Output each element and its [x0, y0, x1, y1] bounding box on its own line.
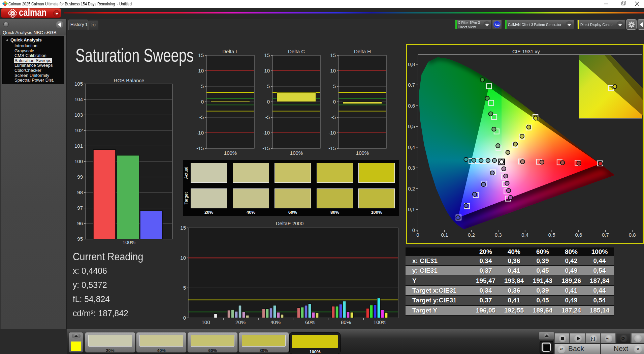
svg-text:0: 0 [183, 315, 186, 321]
svg-text:-10: -10 [328, 130, 336, 136]
svg-text:101: 101 [74, 143, 83, 149]
svg-text:15: 15 [264, 52, 270, 58]
svg-text:5: 5 [183, 285, 186, 291]
svg-text:Delta C: Delta C [288, 49, 305, 54]
svg-text:-5: -5 [331, 114, 336, 120]
svg-text:10: 10 [330, 68, 336, 73]
svg-text:5: 5 [333, 83, 336, 89]
svg-text:60%: 60% [305, 319, 315, 325]
svg-text:15: 15 [330, 52, 336, 58]
svg-text:100%: 100% [374, 319, 386, 325]
svg-text:20%: 20% [235, 319, 246, 325]
svg-text:100: 100 [74, 158, 83, 164]
svg-text:-15: -15 [328, 145, 336, 151]
svg-text:Delta L: Delta L [222, 49, 238, 54]
svg-text:95: 95 [77, 236, 83, 242]
svg-text:97: 97 [77, 205, 83, 211]
svg-text:-10: -10 [262, 130, 270, 136]
svg-text:10: 10 [264, 68, 270, 73]
svg-text:0: 0 [267, 99, 270, 105]
svg-text:15: 15 [180, 225, 186, 231]
svg-text:103: 103 [74, 112, 83, 118]
svg-text:5: 5 [201, 83, 204, 89]
svg-text:100%: 100% [356, 150, 369, 156]
svg-text:-15: -15 [196, 145, 204, 151]
svg-text:105: 105 [74, 81, 83, 87]
svg-text:Delta H: Delta H [354, 49, 371, 54]
svg-text:-10: -10 [196, 130, 204, 136]
svg-text:15: 15 [198, 52, 204, 58]
svg-text:RGB Balance: RGB Balance [114, 78, 144, 83]
svg-text:-5: -5 [265, 114, 270, 120]
svg-text:10: 10 [198, 68, 204, 73]
svg-text:0: 0 [201, 99, 204, 105]
svg-text:100%: 100% [123, 239, 135, 245]
svg-text:DeltaE 2000: DeltaE 2000 [276, 220, 304, 226]
svg-text:102: 102 [74, 127, 83, 133]
svg-text:104: 104 [74, 96, 83, 102]
svg-text:98: 98 [77, 189, 83, 195]
svg-text:100%: 100% [224, 150, 237, 156]
svg-text:0: 0 [333, 99, 336, 105]
svg-text:40%: 40% [270, 319, 281, 325]
svg-text:100: 100 [201, 319, 210, 325]
svg-text:80%: 80% [341, 319, 351, 325]
svg-text:10: 10 [180, 255, 186, 261]
svg-text:96: 96 [77, 220, 83, 226]
svg-text:-5: -5 [199, 114, 204, 120]
svg-text:-15: -15 [262, 145, 270, 151]
svg-text:100%: 100% [290, 150, 303, 156]
svg-text:5: 5 [267, 83, 270, 89]
svg-text:99: 99 [77, 174, 83, 180]
